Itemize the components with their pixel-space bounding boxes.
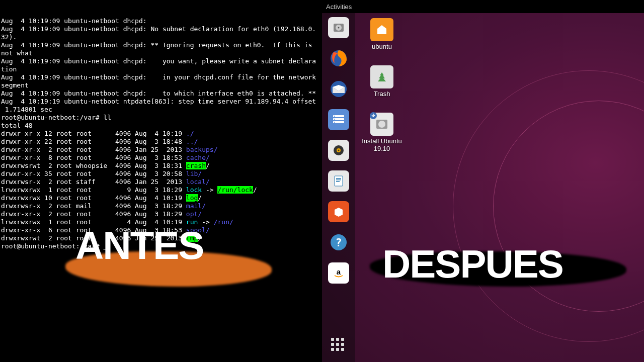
svg-point-22 <box>378 121 385 128</box>
desktop-icon-label: Trash <box>374 90 390 98</box>
dock-firefox[interactable] <box>328 48 349 69</box>
dock-rhythmbox[interactable] <box>328 140 349 161</box>
svg-point-13 <box>338 150 340 151</box>
svg-rect-17 <box>336 181 340 182</box>
dock-disks[interactable] <box>328 17 349 38</box>
svg-point-2 <box>338 27 340 29</box>
svg-rect-16 <box>336 179 341 180</box>
svg-rect-15 <box>336 178 341 179</box>
desktop-icon-install[interactable]: Install Ubuntu 19.10 <box>359 113 405 152</box>
terminal-pane: Aug 4 10:19:09 ubuntu-netboot dhcpd: Aug… <box>0 0 322 362</box>
desktop-pane: Activities ? a <box>322 0 644 362</box>
svg-text:?: ? <box>335 236 342 249</box>
dock-software[interactable] <box>328 201 349 222</box>
dock-amazon[interactable]: a <box>328 262 349 284</box>
desktop-icons-area: ubuntu Trash Install Ubuntu 19.10 <box>359 18 405 152</box>
desktop-icon-label: Install Ubuntu 19.10 <box>362 137 402 152</box>
dock-help[interactable]: ? <box>328 232 349 253</box>
activities-button[interactable]: Activities <box>326 3 352 11</box>
label-despues: DESPUES <box>382 241 563 287</box>
svg-point-10 <box>334 122 335 123</box>
dock-files[interactable] <box>328 109 349 130</box>
dock-thunderbird[interactable] <box>328 78 349 100</box>
dock-writer[interactable] <box>328 170 349 192</box>
desktop-icon-label: ubuntu <box>372 43 392 50</box>
svg-point-8 <box>334 116 335 117</box>
apps-grid-icon[interactable] <box>331 338 346 353</box>
desktop-icon-trash[interactable]: Trash <box>359 65 405 98</box>
label-antes: ANTES <box>75 241 203 249</box>
svg-text:a: a <box>337 267 341 276</box>
desktop-icon-ubuntu[interactable]: ubuntu <box>359 18 405 50</box>
dock: ? a <box>322 13 355 362</box>
wallpaper-orbit-2 <box>453 70 644 342</box>
terminal-output[interactable]: Aug 4 10:19:09 ubuntu-netboot dhcpd: Aug… <box>0 16 322 251</box>
svg-point-9 <box>334 119 335 120</box>
top-bar: Activities <box>322 0 644 13</box>
